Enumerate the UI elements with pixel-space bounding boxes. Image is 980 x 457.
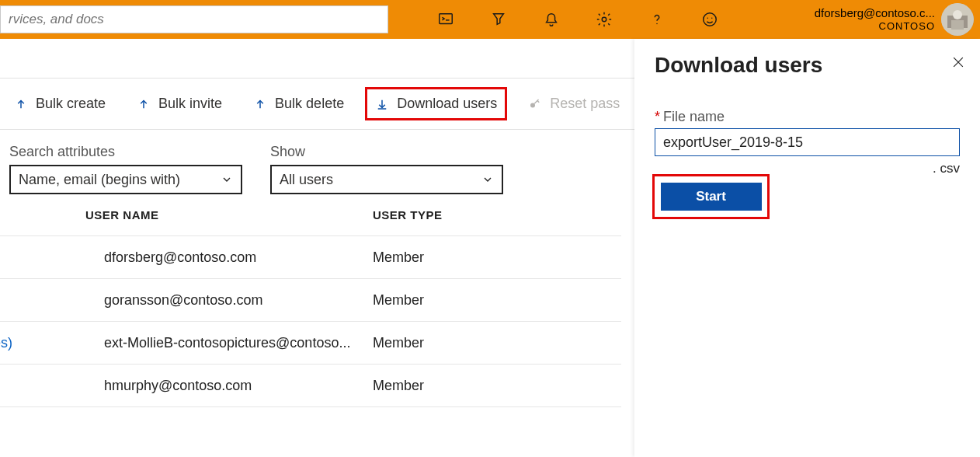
settings-icon[interactable] [578, 0, 631, 39]
top-bar: dforsberg@contoso.c... CONTOSO [0, 0, 980, 39]
upload-icon [14, 97, 28, 111]
table-row[interactable]: goransson@contoso.com Member [0, 278, 621, 321]
row-username: ext-MollieB-contosopictures@contoso... [85, 335, 373, 351]
col-username[interactable]: USER NAME [85, 208, 373, 222]
table-row[interactable]: o Pictures) ext-MollieB-contosopictures@… [0, 321, 621, 364]
users-table: USER NAME USER TYPE dforsberg@contoso.co… [0, 202, 621, 407]
notifications-icon[interactable] [525, 0, 578, 39]
download-icon [375, 97, 389, 111]
account-text: dforsberg@contoso.c... CONTOSO [815, 6, 935, 33]
svg-point-8 [953, 10, 962, 19]
col-usertype[interactable]: USER TYPE [373, 208, 528, 222]
global-search-input[interactable] [0, 5, 388, 33]
toolbar-icons [419, 0, 736, 39]
show-filter: Show All users [270, 144, 503, 194]
panel-title: Download users [655, 53, 960, 78]
account-tenant: CONTOSO [815, 20, 935, 33]
table-row[interactable]: hmurphy@contoso.com Member [0, 364, 621, 406]
svg-point-10 [530, 103, 535, 107]
svg-point-4 [707, 17, 708, 18]
required-asterisk: * [655, 109, 660, 124]
svg-point-5 [711, 17, 712, 18]
chevron-down-icon [221, 173, 233, 186]
file-name-input[interactable] [655, 128, 960, 156]
search-attributes-label: Search attributes [9, 144, 242, 160]
help-icon[interactable] [631, 0, 683, 39]
show-label: Show [270, 144, 503, 160]
bulk-create-label: Bulk create [36, 96, 106, 112]
svg-rect-9 [951, 20, 964, 30]
search-attributes-value: Name, email (begins with) [19, 172, 180, 188]
download-users-panel: Download users *File name . csv Start [634, 39, 980, 457]
start-highlight: Start [655, 176, 767, 217]
bulk-invite-label: Bulk invite [158, 96, 222, 112]
search-attributes-dropdown[interactable]: Name, email (begins with) [9, 165, 242, 194]
bulk-invite-button[interactable]: Bulk invite [132, 92, 227, 115]
key-icon [528, 97, 542, 111]
row-usertype: Member [373, 249, 528, 266]
file-name-label: *File name [655, 109, 960, 125]
avatar[interactable] [941, 3, 974, 36]
file-extension: . csv [655, 161, 960, 176]
svg-point-1 [602, 17, 606, 22]
account-area[interactable]: dforsberg@contoso.c... CONTOSO [815, 0, 980, 39]
row-username: dforsberg@contoso.com [85, 249, 373, 266]
row-username: goransson@contoso.com [85, 292, 373, 309]
table-header: USER NAME USER TYPE [0, 202, 621, 235]
reset-password-button: Reset pass [523, 92, 624, 115]
upload-icon [137, 97, 151, 111]
chevron-down-icon [481, 173, 494, 186]
row-username: hmurphy@contoso.com [85, 378, 373, 394]
cloud-shell-icon[interactable] [419, 0, 472, 39]
download-users-label: Download users [397, 96, 497, 112]
show-dropdown[interactable]: All users [270, 165, 503, 194]
start-button[interactable]: Start [661, 183, 762, 211]
account-email: dforsberg@contoso.c... [815, 6, 935, 20]
svg-point-2 [656, 23, 657, 24]
bulk-create-button[interactable]: Bulk create [9, 92, 110, 115]
row-usertype: Member [373, 292, 528, 309]
row-lead: o Pictures) [0, 335, 85, 351]
reset-password-label: Reset pass [550, 96, 620, 112]
bulk-delete-label: Bulk delete [275, 96, 344, 112]
search-wrap [0, 0, 388, 39]
search-attributes-filter: Search attributes Name, email (begins wi… [9, 144, 242, 194]
download-users-button[interactable]: Download users [370, 92, 502, 115]
row-usertype: Member [373, 335, 528, 351]
svg-point-3 [704, 13, 717, 26]
bulk-delete-button[interactable]: Bulk delete [248, 92, 349, 115]
close-panel-button[interactable] [950, 54, 966, 73]
show-value: All users [280, 172, 333, 188]
row-usertype: Member [373, 378, 528, 394]
directory-filter-icon[interactable] [472, 0, 525, 39]
table-row[interactable]: dforsberg@contoso.com Member [0, 235, 621, 278]
svg-rect-0 [440, 14, 453, 24]
feedback-icon[interactable] [683, 0, 736, 39]
upload-icon [253, 97, 267, 111]
